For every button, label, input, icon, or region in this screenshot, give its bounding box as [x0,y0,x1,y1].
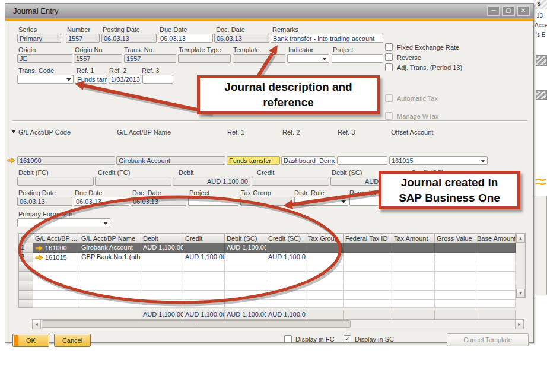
origin-no-label: Origin No. [75,46,104,53]
fixed-exchange-rate-checkbox[interactable] [385,43,393,51]
cancel-button[interactable]: Cancel [54,334,91,347]
table-totals-row: AUD 1,100.00 AUD 1,100.00 AUD 1,100.00 A… [18,310,516,320]
maximize-icon[interactable]: ▢ [502,5,515,16]
background-window-text: 13 [536,12,547,19]
project-field[interactable] [332,54,383,63]
gl-ref1-field[interactable]: Funds tarnsfer [227,156,280,165]
posting-date-label: Posting Date [103,26,140,33]
table-vertical-scrollbar[interactable]: ▲ ▼ [516,233,526,298]
close-icon[interactable]: ✕ [517,5,530,16]
gl-posting-date-field[interactable]: 06.03.13 [17,197,72,206]
ok-button[interactable]: OK [12,334,49,347]
chevron-down-icon [103,222,108,225]
annotation-note-description: Journal description and reference [197,75,380,114]
chevron-down-icon [341,200,346,203]
adj-trans-checkbox[interactable] [385,63,393,71]
gl-name-field[interactable]: Girobank Account [116,156,225,165]
reverse-checkbox[interactable] [385,53,393,61]
origin-no-field[interactable]: 1557 [74,54,122,63]
template-field[interactable] [233,54,285,63]
titlebar[interactable]: Journal Entry ─ ▢ ✕ [5,4,533,18]
display-in-sc-checkbox[interactable]: ✓ [344,335,351,343]
remarks-field[interactable]: Bank transfer - into trading account [271,34,383,43]
tax-group-field[interactable] [240,197,292,206]
fixed-exchange-rate-label: Fixed Exchange Rate [397,44,459,51]
table-row[interactable] [18,300,516,308]
automatic-tax-checkbox [385,94,393,102]
trans-no-field[interactable]: 1557 [124,54,176,63]
link-arrow-icon[interactable] [35,254,43,261]
gl-ref2-label: Ref. 2 [282,129,300,136]
gl-ref3-label: Ref. 3 [338,129,355,136]
gl-due-date-field[interactable]: 06.03.13 [74,197,129,206]
template-type-field[interactable] [178,54,231,63]
scroll-left-icon[interactable]: ◄ [33,320,41,329]
background-window-panel [536,196,547,295]
gl-ref3-field[interactable] [337,156,387,165]
origin-label: Origin [18,46,36,53]
scroll-up-icon[interactable]: ▲ [516,234,525,243]
ref3-label: Ref. 3 [142,67,159,74]
link-arrow-icon[interactable] [35,245,43,251]
table-row[interactable] [18,291,516,300]
gl-due-date-label: Due Date [75,189,102,196]
screen: s 13 Acce 's E Journal Entry ─ ▢ ✕ Serie… [0,0,547,392]
table-horizontal-scrollbar[interactable]: ◄ ⋯ ► [32,319,524,329]
display-in-fc-checkbox[interactable] [284,335,292,343]
table-row[interactable]: 2 161015 GBP Bank No.1 (other AUD 1,100.… [18,253,516,262]
focus-strip [14,335,18,346]
manage-wtax-label: Manage WTax [397,113,438,120]
number-field[interactable]: 1557 [66,34,100,43]
due-date-field[interactable]: 06.03.13 [158,34,213,43]
gl-posting-date-label: Posting Date [18,189,56,196]
credit-field[interactable] [252,177,329,186]
table-row[interactable] [18,272,516,281]
indicator-dropdown[interactable] [287,54,329,63]
series-label: Series [18,26,37,33]
trans-code-dropdown[interactable] [17,75,74,84]
indicator-label: Indicator [288,46,313,53]
journal-lines-table: # G/L Acct/BP ... G/L Acct/BP Name Debit… [18,233,516,329]
offset-account-label: Offset Account [391,129,433,136]
gl-project-field[interactable] [188,197,238,206]
gl-doc-date-field[interactable]: 06.03.13 [131,197,186,206]
ref3-field[interactable] [142,75,173,84]
gl-ref1-label: Ref. 1 [227,129,244,136]
table-row[interactable] [18,262,516,272]
link-arrow-icon[interactable] [7,157,15,164]
table-row[interactable] [18,281,516,291]
scroll-down-icon[interactable]: ▼ [516,289,525,298]
series-field[interactable]: Primary [17,34,61,43]
background-window-bar [536,90,547,100]
due-date-label: Due Date [160,26,187,33]
minimize-icon[interactable]: ─ [487,5,500,16]
display-in-fc-label: Display in FC [295,336,334,343]
number-label: Number [67,26,90,33]
doc-date-field[interactable]: 06.03.13 [214,34,269,43]
gl-code-field[interactable]: 161000 [17,156,115,165]
doc-date-label: Doc. Date [216,26,245,33]
gl-ref2-field[interactable]: Dashboard_Demo [281,156,335,165]
origin-field[interactable]: JE [17,54,72,63]
posting-date-field[interactable]: 06.03.13 [101,34,157,43]
credit-fc-label: Credit (FC) [98,169,130,176]
credit-label: Credit [257,169,274,176]
collapse-icon[interactable] [11,130,16,133]
debit-fc-field[interactable] [17,177,94,186]
offset-account-dropdown[interactable]: 161015 [389,156,488,165]
primary-form-item-dropdown[interactable] [17,218,110,227]
debit-field[interactable]: AUD 1,100.00 [173,177,250,186]
scrollbar-thumb[interactable]: ⋯ [42,320,351,328]
scroll-right-icon[interactable]: ► [515,320,523,329]
table-row[interactable]: 1 161000 Girobank Account AUD 1,100.00 A… [18,243,516,253]
ref2-field[interactable]: 1/03/2013 [109,75,141,84]
chevron-down-icon [66,78,71,81]
annotation-note-created: Journal created in SAP Business One [379,171,520,209]
debit-sc-label: Debit (SC) [332,169,362,176]
ref1-field[interactable]: Funds tarnsfer [75,75,107,84]
distr-rule-dropdown[interactable] [294,197,348,206]
gl-doc-date-label: Doc. Date [132,189,161,196]
credit-fc-field[interactable] [95,177,171,186]
gl-remarks-label: Remarks [349,189,376,196]
gl-project-label: Project [189,189,209,196]
